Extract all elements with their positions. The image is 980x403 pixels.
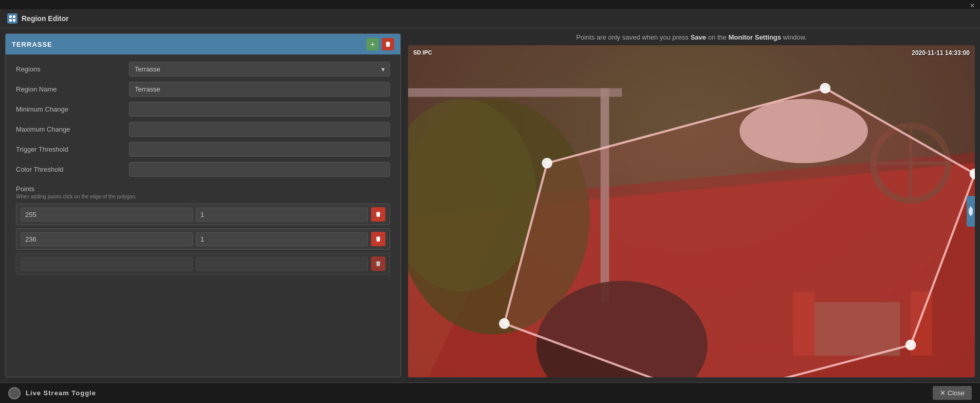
point-row	[16, 228, 390, 250]
minimum-change-row: Minimum Change	[16, 102, 390, 117]
trigger-threshold-input[interactable]	[129, 142, 390, 157]
color-threshold-input[interactable]	[129, 162, 390, 177]
point-y-input[interactable]	[196, 257, 368, 271]
svg-rect-0	[9, 15, 12, 18]
live-stream-label: Live Stream Toggle	[26, 389, 96, 397]
points-label: Points	[16, 185, 390, 193]
points-rows	[16, 204, 390, 274]
regions-label: Regions	[16, 65, 129, 73]
point-y-input[interactable]	[196, 208, 368, 222]
maximum-change-input[interactable]	[129, 122, 390, 137]
color-threshold-label: Color Threshold	[16, 166, 129, 173]
region-editor-icon	[7, 13, 17, 24]
region-name-label: Region Name	[16, 85, 129, 93]
region-name-row: Region Name	[16, 82, 390, 97]
maximum-change-label: Maximum Change	[16, 125, 129, 133]
maximum-change-row: Maximum Change	[16, 122, 390, 137]
trigger-threshold-label: Trigger Threshold	[16, 145, 129, 153]
form-area: Regions Terrasse ▼ Region Name Minimum C…	[6, 54, 400, 377]
notice-save: Save	[691, 33, 706, 41]
minimum-change-label: Minimum Change	[16, 105, 129, 113]
top-close-button[interactable]: ✕	[970, 2, 975, 9]
color-threshold-row: Color Threshold	[16, 162, 390, 177]
notice-mid: on the	[706, 33, 728, 41]
region-name-input[interactable]	[129, 82, 390, 97]
notice-text: Points are only saved when you press Sav…	[408, 33, 975, 41]
region-tab-header: TERRASSE +	[6, 34, 400, 54]
points-section: Points When adding points click on the e…	[16, 185, 390, 274]
svg-point-26	[542, 158, 552, 169]
point-y-input[interactable]	[196, 232, 368, 246]
svg-point-23	[905, 340, 916, 351]
notice-post: window.	[781, 33, 807, 41]
minimum-change-input[interactable]	[129, 102, 390, 117]
camera-preview-background: 2020-11-11 14:33:00 SD IPC	[408, 45, 975, 377]
regions-select[interactable]: Terrasse	[129, 62, 390, 77]
region-editor-header: Region Editor	[0, 9, 980, 28]
add-region-button[interactable]: +	[366, 38, 379, 50]
region-editor-title: Region Editor	[22, 14, 69, 23]
point-delete-button[interactable]	[371, 232, 385, 246]
live-stream-toggle[interactable]: Live Stream Toggle	[8, 387, 96, 399]
point-x-input[interactable]	[21, 208, 193, 222]
point-delete-button[interactable]	[371, 257, 385, 271]
point-row	[16, 204, 390, 225]
svg-rect-3	[13, 19, 15, 22]
top-bar: ✕	[0, 0, 980, 9]
camera-label: SD IPC	[413, 49, 432, 56]
regions-row: Regions Terrasse ▼	[16, 62, 390, 77]
side-panel-button[interactable]	[967, 196, 975, 227]
camera-timestamp: 2020-11-11 14:33:00	[912, 49, 970, 57]
point-x-input[interactable]	[21, 257, 193, 271]
notice-monitor-settings: Monitor Settings	[728, 33, 781, 41]
svg-point-25	[499, 318, 510, 329]
camera-preview[interactable]: 2020-11-11 14:33:00 SD IPC	[408, 45, 975, 377]
svg-rect-1	[13, 15, 15, 18]
point-row	[16, 253, 390, 274]
point-x-input[interactable]	[21, 232, 193, 246]
tab-header-actions: +	[366, 38, 394, 50]
live-stream-toggle-circle[interactable]	[8, 387, 21, 399]
svg-point-21	[820, 83, 830, 94]
trigger-threshold-row: Trigger Threshold	[16, 142, 390, 157]
notice-pre: Points are only saved when you press	[576, 33, 691, 41]
right-panel: Points are only saved when you press Sav…	[408, 33, 975, 377]
region-tab-label: TERRASSE	[12, 41, 52, 48]
bottom-bar: Live Stream Toggle ✕ Close	[0, 382, 980, 403]
left-panel: TERRASSE + Regions Terrasse ▼	[5, 33, 401, 377]
regions-select-wrapper: Terrasse ▼	[129, 62, 390, 77]
svg-rect-2	[9, 19, 12, 22]
points-sublabel: When adding points click on the edge of …	[16, 194, 390, 199]
close-button[interactable]: ✕ Close	[933, 386, 972, 400]
point-delete-button[interactable]	[371, 207, 385, 222]
delete-region-button[interactable]	[382, 38, 394, 50]
